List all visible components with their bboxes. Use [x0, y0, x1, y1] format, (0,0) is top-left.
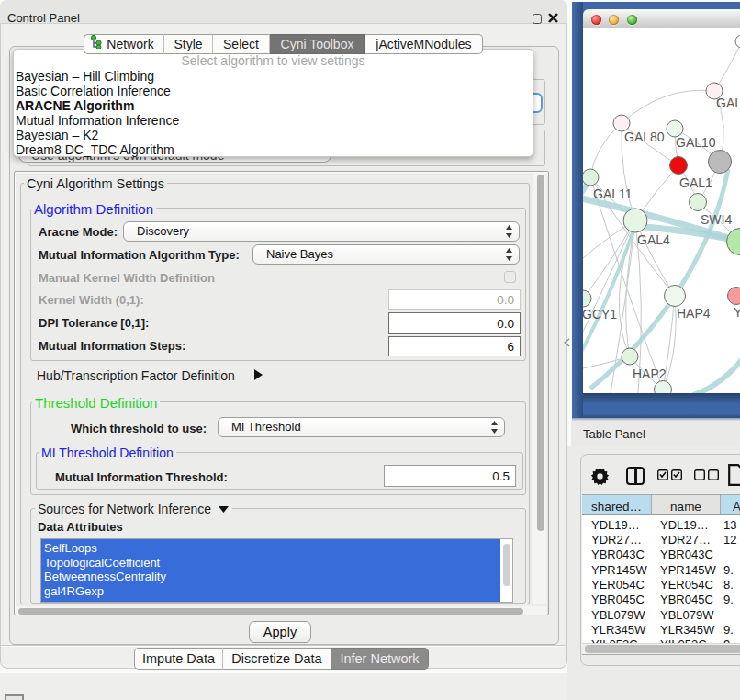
svg-text:GAL11: GAL11	[593, 186, 633, 201]
svg-text:GCY1: GCY1	[583, 307, 617, 322]
svg-text:GAL1: GAL1	[679, 175, 712, 190]
svg-text:GAL10: GAL10	[676, 135, 716, 150]
svg-text:GAL: GAL	[716, 96, 740, 110]
svg-text:HAP4: HAP4	[677, 306, 711, 321]
svg-text:GAL80: GAL80	[624, 130, 665, 144]
svg-text:SWI4: SWI4	[701, 212, 732, 227]
svg-text:GAL4: GAL4	[637, 232, 670, 247]
svg-text:HAP2: HAP2	[633, 367, 667, 381]
svg-text:Y: Y	[734, 305, 740, 320]
